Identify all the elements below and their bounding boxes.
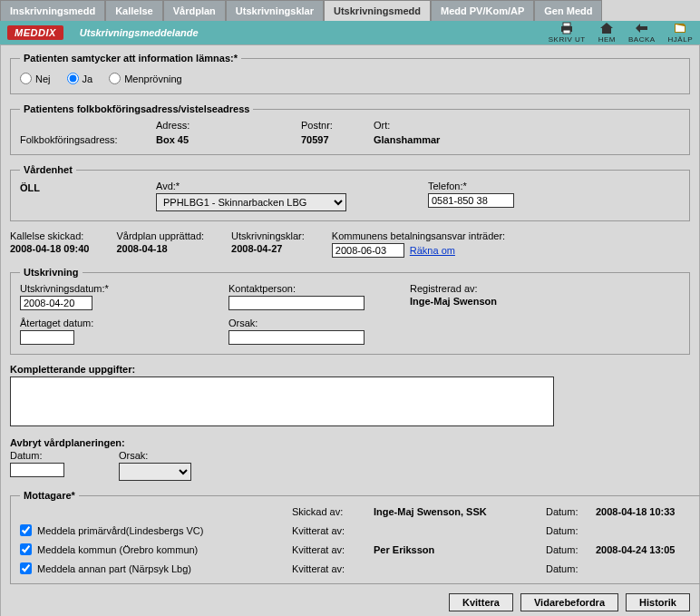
utskriv-datum-label: Utskrivningsdatum:* (20, 283, 228, 294)
kontakt-label: Kontaktperson: (228, 283, 410, 294)
tab-gen-medd[interactable]: Gen Medd (534, 0, 602, 21)
kommun-date-input[interactable] (332, 243, 404, 258)
tab-kallelse[interactable]: Kallelse (105, 0, 163, 21)
meddela-kommun-checkbox[interactable] (20, 543, 32, 555)
atertag-label: Återtaget datum: (20, 318, 228, 328)
avbryt-orsak-label: Orsak: (119, 450, 191, 461)
avbryt-orsak-select[interactable] (119, 463, 191, 481)
consent-men-radio[interactable] (109, 73, 121, 84)
back-button[interactable]: BACKA (628, 22, 656, 44)
tab-inskrivningsmedd[interactable]: Inskrivningsmedd (0, 0, 105, 21)
title-bar: MEDDIX Utskrivningsmeddelande SKRIV UT H… (0, 21, 700, 44)
meddela-primarvard-checkbox[interactable] (20, 524, 32, 536)
avd-select[interactable]: PPHLBG1 - Skinnarbacken LBG (156, 193, 346, 211)
kvitt1-label: Kvitterat av: (292, 544, 374, 555)
home-button[interactable]: HEM (598, 22, 616, 44)
skickad-datum-label: Datum: (546, 506, 596, 517)
home-icon (599, 22, 614, 34)
address-fieldset: Patientens folkbokföringsadress/vistelse… (10, 103, 690, 155)
consent-ja-radio[interactable] (67, 73, 79, 84)
help-button[interactable]: HJÄLP (668, 22, 693, 44)
utklar-value: 2008-04-27 (231, 243, 305, 254)
kontakt-input[interactable] (228, 296, 365, 310)
postnr-value: 70597 (301, 134, 374, 145)
vidarebefordra-button[interactable]: Vidarebefordra (520, 593, 618, 611)
consent-men-label: Menprövning (124, 73, 182, 84)
kvitt0-label: Kvitterat av: (292, 525, 374, 536)
print-button[interactable]: SKRIV UT (549, 22, 586, 44)
datum1-label: Datum: (546, 544, 596, 555)
avd-label: Avd:* (156, 181, 428, 191)
atertag-input[interactable] (20, 330, 74, 345)
content-area: Patienten samtycker att information lämn… (0, 44, 700, 616)
tel-input[interactable] (428, 193, 514, 208)
oll-label: ÖLL (20, 182, 156, 193)
tab-vardplan[interactable]: Vårdplan (163, 0, 226, 21)
postnr-header: Postnr: (301, 120, 374, 131)
help-icon (673, 22, 687, 34)
meddela-primarvard-label: Meddela primärvård(Lindesbergs VC) (37, 525, 203, 536)
kvittera-button[interactable]: Kvittera (449, 593, 513, 611)
meddela-annan-checkbox[interactable] (20, 562, 32, 574)
skickad-datum-value: 2008-04-18 10:33 (596, 506, 700, 517)
utklar-label: Utskrivningsklar: (231, 230, 305, 241)
vardplan-value: 2008-04-18 (116, 243, 204, 254)
avbryt-datum-input[interactable] (10, 463, 64, 477)
utskrivning-fieldset: Utskrivning Utskrivningsdatum:* Kontaktp… (10, 267, 690, 355)
vardplan-label: Vårdplan upprättad: (116, 230, 204, 241)
mottagare-fieldset: Mottagare* Skickad av: Inge-Maj Swenson,… (10, 490, 700, 584)
consent-nej-label: Nej (35, 73, 51, 84)
consent-fieldset: Patienten samtycker att information lämn… (10, 53, 690, 94)
skickad-label: Skickad av: (292, 506, 374, 517)
komp-label: Kompletterande uppgifter: (10, 364, 690, 375)
kommun-label: Kommunens betalningsansvar inträder: (332, 230, 505, 241)
avbryt-datum-label: Datum: (10, 450, 64, 461)
kallelse-value: 2008-04-18 09:40 (10, 243, 89, 254)
rakna-om-link[interactable]: Räkna om (410, 245, 455, 256)
vardenhet-fieldset: Vårdenhet ÖLL Avd:* PPHLBG1 - Skinnarbac… (10, 164, 690, 221)
ort-value: Glanshammar (374, 134, 510, 145)
tab-utskrivningsklar[interactable]: Utskrivningsklar (226, 0, 324, 21)
address-row-label: Folkbokföringsadress: (20, 134, 156, 145)
utskrivning-legend: Utskrivning (20, 267, 83, 278)
consent-legend: Patienten samtycker att information lämn… (20, 53, 241, 64)
consent-ja-label: Ja (83, 73, 93, 84)
printer-icon (559, 22, 574, 34)
meddela-kommun-label: Meddela kommun (Örebro kommun) (37, 544, 198, 555)
address-legend: Patientens folkbokföringsadress/vistelse… (20, 103, 253, 114)
skickad-value: Inge-Maj Swenson, SSK (374, 506, 546, 517)
ort-header: Ort: (374, 120, 510, 131)
avbryt-header: Avbryt vårdplaneringen: (10, 437, 125, 448)
app-logo: MEDDIX (7, 25, 63, 40)
tab-medd-pv-kom-ap[interactable]: Medd PV/Kom/AP (431, 0, 534, 21)
mottagare-legend: Mottagare* (20, 490, 79, 501)
vardenhet-legend: Vårdenhet (20, 164, 76, 175)
orsak-input[interactable] (228, 330, 365, 345)
back-arrow-icon (635, 22, 649, 34)
tab-bar: Inskrivningsmedd Kallelse Vårdplan Utskr… (0, 0, 700, 21)
kvitt1-value: Per Eriksson (374, 544, 546, 555)
page-title: Utskrivningsmeddelande (80, 27, 549, 38)
kallelse-label: Kallelse skickad: (10, 230, 89, 241)
orsak-label: Orsak: (228, 318, 410, 328)
datum2-label: Datum: (546, 563, 596, 574)
reg-label: Registrerad av: (410, 283, 591, 294)
svg-rect-2 (563, 30, 570, 34)
adress-header: Adress: (156, 120, 301, 131)
kvitt2-label: Kvitterat av: (292, 563, 374, 574)
dates-row: Kallelse skickad: 2008-04-18 09:40 Vårdp… (10, 230, 690, 258)
reg-value: Inge-Maj Swenson (410, 296, 591, 307)
svg-rect-1 (563, 23, 570, 26)
datum1-value: 2008-04-24 13:05 (596, 544, 700, 555)
meddela-annan-label: Meddela annan part (Närpsyk Lbg) (37, 563, 191, 574)
historik-button[interactable]: Historik (626, 593, 690, 611)
komp-textarea[interactable] (10, 376, 554, 426)
tab-utskrivningsmedd[interactable]: Utskrivningsmedd (324, 0, 431, 21)
consent-nej-radio[interactable] (20, 73, 32, 84)
tel-label: Telefon:* (428, 181, 519, 191)
adress-value: Box 45 (156, 134, 301, 145)
utskriv-datum-input[interactable] (20, 296, 92, 310)
datum0-label: Datum: (546, 525, 596, 536)
